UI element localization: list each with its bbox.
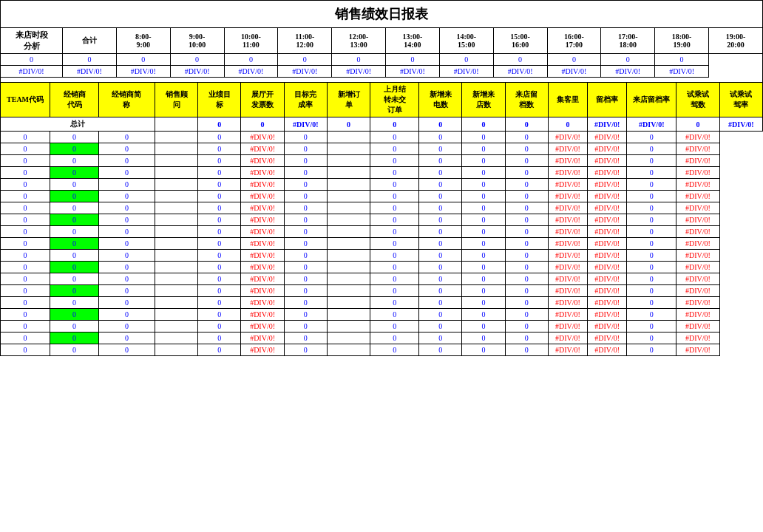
top-r2-c6: #DIV/0!: [332, 66, 386, 78]
table-row: 0000#DIV/0!00000#DIV/0!#DIV/0!0#DIV/0!: [1, 285, 763, 297]
time-slot-1: 8:00-9:00: [116, 28, 170, 54]
total-customer-pool: 0: [548, 117, 587, 132]
table-row: 0000#DIV/0!00000#DIV/0!#DIV/0!0#DIV/0!: [1, 226, 763, 238]
test-drive-count: 0: [627, 132, 676, 143]
store-records-header: 来店留档数: [505, 83, 548, 117]
top-r2-c4: #DIV/0!: [224, 66, 278, 78]
top-r2-c12: #DIV/0!: [655, 66, 709, 78]
time-slot-3: 10:00-11:00: [224, 28, 278, 54]
sales-advisor-header: 销售顾问: [155, 83, 197, 117]
top-row1: 0 0 0 0 0 0 0 0 0 0 0 0 0: [1, 54, 763, 66]
perf-target-header: 业绩目标: [198, 83, 241, 117]
summary-header: 合计: [63, 28, 117, 54]
new-visits: 0: [419, 132, 462, 143]
top-r2-c11: #DIV/0!: [601, 66, 655, 78]
top-r1-c2: 0: [116, 54, 170, 66]
main-performance-table: TEAM代码 经销商代码 经销商简称 销售顾问 业绩目标 展厅开发票数 目标完成…: [0, 82, 763, 356]
top-r1-c4: 0: [224, 54, 278, 66]
table-row: 0000#DIV/0!00000#DIV/0!#DIV/0!0#DIV/0!: [1, 344, 763, 356]
time-analysis-table: 来店时段分析 合计 8:00-9:00 9:00-10:00 10:00-11:…: [0, 27, 763, 78]
target-rate-header: 目标完成率: [284, 83, 327, 117]
top-r2-c5: #DIV/0!: [278, 66, 332, 78]
top-r2-c8: #DIV/0!: [439, 66, 493, 78]
time-slot-10: 17:00-18:00: [601, 28, 655, 54]
top-r1-c5: 0: [278, 54, 332, 66]
top-r1-c9: 0: [493, 54, 547, 66]
top-r1-c10: 0: [547, 54, 601, 66]
dealer-code-header: 经销商代码: [50, 83, 99, 117]
table-row: 0000#DIV/0!00000#DIV/0!#DIV/0!0#DIV/0!: [1, 238, 763, 250]
customer-pool: 0: [505, 132, 548, 143]
total-perf-target: 0: [198, 117, 241, 132]
top-r2-c10: #DIV/0!: [547, 66, 601, 78]
dealer-name-header: 经销商简称: [98, 83, 155, 117]
test-drive-count-header: 试乘试驾数: [676, 83, 719, 117]
target-rate: #DIV/0!: [241, 132, 284, 143]
table-row: 0000#DIV/0!00000#DIV/0!#DIV/0!0#DIV/0!: [1, 191, 763, 202]
invoice-count-header: 展厅开发票数: [241, 83, 284, 117]
top-r1-c0: 0: [1, 54, 63, 66]
top-r1-c1: 0: [63, 54, 117, 66]
top-r2-c0: #DIV/0!: [1, 66, 63, 78]
top-r1-c8: 0: [439, 54, 493, 66]
test-drive-rate-header: 试乘试驾率: [719, 83, 762, 117]
total-test-drive-count: 0: [676, 117, 719, 132]
table-row: 0000#DIV/0!00000#DIV/0!#DIV/0!0#DIV/0!: [1, 321, 763, 332]
page-container: 销售绩效日报表 来店时段分析 合计 8:00-9:00 9:00-10:00 1…: [0, 0, 763, 356]
top-r1-c11: 0: [601, 54, 655, 66]
time-label: 来店时段分析: [1, 28, 63, 54]
table-row: 0000#DIV/0!00000#DIV/0!#DIV/0!0#DIV/0!: [1, 262, 763, 273]
time-slot-4: 11:00-12:00: [278, 28, 332, 54]
table-row: 0000#DIV/0!00000#DIV/0!#DIV/0!0#DIV/0!: [1, 273, 763, 285]
sales-advisor: [155, 132, 197, 143]
file-rate: #DIV/0!: [548, 132, 587, 143]
table-row: 0000#DIV/0!00000#DIV/0!#DIV/0!0#DIV/0!: [1, 179, 763, 191]
total-store-records: 0: [505, 117, 548, 132]
test-drive-rate: #DIV/0!: [676, 132, 719, 143]
store-file-rate: #DIV/0!: [588, 132, 627, 143]
store-records: 0: [462, 132, 505, 143]
time-slot-9: 16:00-17:00: [547, 28, 601, 54]
new-orders-header: 新增订单: [327, 83, 370, 117]
top-row2: #DIV/0! #DIV/0! #DIV/0! #DIV/0! #DIV/0! …: [1, 66, 763, 78]
total-new-visits: 0: [462, 117, 505, 132]
totals-row: 总计 0 0 #DIV/0! 0 0 0 0 0 0 #DIV/0! #DIV/…: [1, 117, 763, 132]
table-row: 0000#DIV/0!00000#DIV/0!#DIV/0!0#DIV/0!: [1, 297, 763, 309]
total-invoice: 0: [241, 117, 284, 132]
store-file-rate-header: 来店留档率: [627, 83, 676, 117]
table-row: 0000#DIV/0!00000#DIV/0!#DIV/0!0#DIV/0!: [1, 167, 763, 179]
last-orders: [327, 132, 370, 143]
time-slot-11: 18:00-19:00: [655, 28, 709, 54]
time-slot-7: 14:00-15:00: [439, 28, 493, 54]
file-rate-header: 留档率: [588, 83, 627, 117]
new-visits-header: 新增来店数: [462, 83, 505, 117]
top-r2-c2: #DIV/0!: [116, 66, 170, 78]
team-code: 0: [1, 132, 50, 143]
new-orders: 0: [284, 132, 327, 143]
top-r1-c6: 0: [332, 54, 386, 66]
top-r1-c12: 0: [655, 54, 709, 66]
dealer-name: 0: [98, 132, 155, 143]
table-row: 0000#DIV/0!00000#DIV/0!#DIV/0!0#DIV/0!: [1, 214, 763, 226]
top-r1-c7: 0: [386, 54, 440, 66]
top-r2-c7: #DIV/0!: [386, 66, 440, 78]
time-slot-12: 19:00-20:00: [708, 28, 762, 54]
top-r2-c3: #DIV/0!: [170, 66, 224, 78]
time-slot-6: 13:00-14:00: [386, 28, 440, 54]
total-test-drive-rate: #DIV/0!: [719, 117, 762, 132]
total-last-orders: 0: [370, 117, 419, 132]
total-store-file-rate: #DIV/0!: [627, 117, 676, 132]
time-slot-2: 9:00-10:00: [170, 28, 224, 54]
new-calls: 0: [370, 132, 419, 143]
total-new-orders: 0: [327, 117, 370, 132]
total-target-rate: #DIV/0!: [284, 117, 327, 132]
table-row: 0000#DIV/0!00000#DIV/0!#DIV/0!0#DIV/0!: [1, 202, 763, 214]
top-r2-c1: #DIV/0!: [63, 66, 117, 78]
team-code-header: TEAM代码: [1, 83, 50, 117]
time-slot-5: 12:00-13:00: [332, 28, 386, 54]
table-row: 0000#DIV/0!00000#DIV/0!#DIV/0!0#DIV/0!: [1, 250, 763, 262]
dealer-code: 0: [50, 132, 99, 143]
total-new-calls: 0: [419, 117, 462, 132]
table-row: 0 0 0 0 #DIV/0! 0 0 0 0 0 #DIV/0! #DIV/0…: [1, 132, 763, 143]
new-calls-header: 新增来电数: [419, 83, 462, 117]
